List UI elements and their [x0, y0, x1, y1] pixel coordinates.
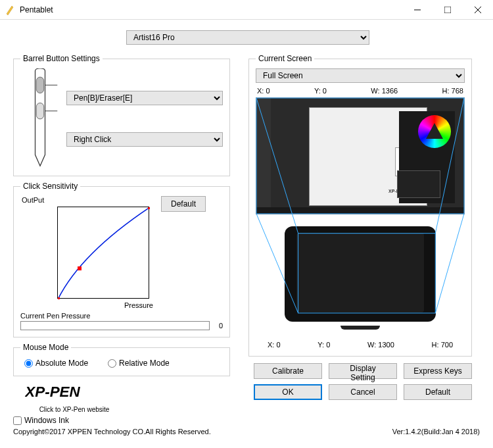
- mouse-mode-fieldset: Mouse Mode Absolute Mode Relative Mode: [13, 343, 230, 376]
- pressure-bar: [20, 321, 210, 330]
- display-setting-button[interactable]: Display Setting: [329, 363, 397, 379]
- windows-ink-checkbox[interactable]: Windows Ink: [13, 416, 482, 425]
- default-button[interactable]: Default: [404, 384, 472, 400]
- titlebar: Pentablet: [0, 0, 493, 20]
- current-pressure-label: Current Pen Pressure: [20, 312, 223, 320]
- barrel-button2-select[interactable]: Right Click: [66, 132, 223, 147]
- close-button[interactable]: [463, 0, 493, 20]
- current-screen-legend: Current Screen: [256, 54, 314, 63]
- express-keys-button[interactable]: Express Keys: [404, 363, 472, 379]
- barrel-fieldset: Barrel Button Settings Pen[B]/Eraser[E]: [13, 54, 230, 176]
- mouse-mode-legend: Mouse Mode: [20, 343, 71, 352]
- screen-coords: X: 0 Y: 0 W: 1366 H: 768: [256, 87, 465, 95]
- svg-rect-1: [444, 7, 451, 13]
- svg-rect-10: [148, 207, 150, 209]
- screen-preview[interactable]: XP-PEN: [256, 97, 465, 214]
- calibrate-button[interactable]: Calibrate: [254, 363, 322, 379]
- sensitivity-legend: Click Sensitivity: [20, 182, 80, 191]
- app-icon: [5, 5, 16, 15]
- sensitivity-default-button[interactable]: Default: [161, 196, 206, 212]
- svg-rect-8: [58, 297, 60, 299]
- svg-rect-4: [36, 77, 43, 93]
- relative-mode-radio[interactable]: Relative Mode: [108, 359, 170, 368]
- svg-text:XP-PEN: XP-PEN: [25, 384, 81, 400]
- barrel-button1-select[interactable]: Pen[B]/Eraser[E]: [66, 91, 223, 105]
- xp-pen-logo[interactable]: XP-PEN: [25, 383, 124, 403]
- sensitivity-fieldset: Click Sensitivity OutPut Pressur: [13, 182, 230, 337]
- maximize-button[interactable]: [433, 0, 463, 20]
- cancel-button[interactable]: Cancel: [329, 384, 397, 400]
- svg-rect-9: [78, 266, 82, 270]
- pressure-axis-label: Pressure: [124, 301, 153, 309]
- ok-button[interactable]: OK: [254, 384, 322, 400]
- logo-subtitle[interactable]: Click to XP-Pen website: [18, 406, 130, 413]
- tablet-preview[interactable]: [285, 226, 436, 322]
- barrel-legend: Barrel Button Settings: [20, 54, 103, 63]
- window-title: Pentablet: [20, 5, 402, 14]
- svg-line-15: [435, 214, 464, 313]
- absolute-mode-radio[interactable]: Absolute Mode: [24, 359, 88, 368]
- svg-rect-5: [36, 103, 43, 119]
- version: Ver:1.4.2(Build:Jan 4 2018): [392, 428, 480, 436]
- copyright: Copyright©2017 XPPEN Technology CO.All R…: [13, 428, 211, 436]
- output-label: OutPut: [22, 196, 44, 204]
- tablet-coords: X: 0 Y: 0 W: 1300 H: 700: [256, 341, 465, 349]
- minimize-button[interactable]: [402, 0, 433, 20]
- device-select[interactable]: Artist16 Pro: [126, 30, 369, 45]
- screen-select[interactable]: Full Screen: [256, 68, 465, 83]
- current-screen-fieldset: Current Screen Full Screen X: 0 Y: 0 W: …: [248, 54, 472, 357]
- pressure-curve[interactable]: [57, 207, 149, 299]
- pressure-value: 0: [210, 322, 223, 330]
- pen-diagram: [20, 68, 60, 169]
